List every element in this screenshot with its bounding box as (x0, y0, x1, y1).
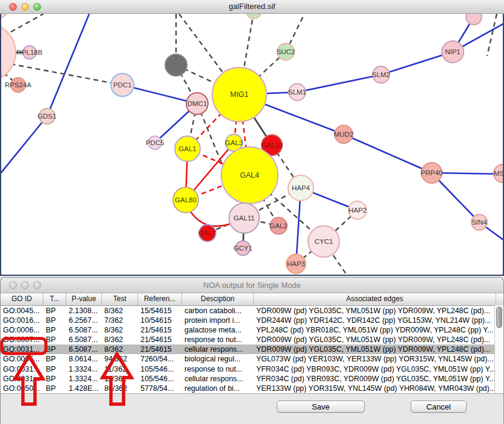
table-row[interactable]: GO:0007...BP6.5087...8/36221/54615respon… (1, 335, 503, 344)
cell-p_value: 2.1308... (66, 306, 102, 316)
graph-node-unlabeled-topgreen[interactable] (247, 14, 261, 19)
graph-node-unlabeled-gray[interactable] (165, 54, 187, 76)
graph-node-PDC1[interactable] (111, 73, 134, 96)
cell-description: response to nut... (182, 335, 254, 344)
cell-description: response to nut... (182, 364, 254, 374)
cell-test: 11/362 (102, 364, 138, 374)
cell-p_value: 6.5087... (66, 325, 102, 335)
graph-window-titlebar[interactable]: galFiltered.sif (0, 0, 504, 14)
graph-node-PRP40[interactable] (421, 163, 442, 183)
graph-node-GAL1[interactable] (175, 136, 200, 161)
column-header-go-id[interactable]: GO ID (1, 293, 43, 305)
cancel-button[interactable]: Cancel (411, 401, 467, 413)
cell-reference: 105/546... (138, 374, 182, 384)
cell-reference: 21/54615 (138, 335, 182, 344)
cell-edges: YDR244W (pp) YDR142C, YDR142C (pp) YGL15… (254, 316, 496, 325)
graph-node-RPL18B[interactable] (23, 46, 36, 59)
cell-p_value: 6.2567... (66, 316, 102, 325)
cell-description: galactose meta... (182, 325, 254, 335)
table-row[interactable]: GO:0050...BP1.428E...80/3625778/54...reg… (1, 384, 503, 393)
graph-node-GAL11[interactable] (229, 203, 259, 233)
cell-test: 11/362 (102, 374, 138, 384)
graph-node-NIP1[interactable] (442, 41, 464, 63)
graph-node-GAL4[interactable] (221, 147, 278, 204)
graph-edge[interactable] (297, 75, 381, 92)
cell-description: cellular respons... (182, 344, 254, 354)
column-header-type[interactable]: T... (43, 293, 66, 305)
cell-test: 7/362 (102, 316, 138, 325)
table-header: GO ID T... P-value Test Referen... Desci… (1, 293, 503, 306)
cell-description: regulation of bi... (182, 384, 254, 393)
table-row[interactable]: GO:0031...BP6.5087...8/36221/54615cellul… (1, 344, 503, 354)
cell-test: 8/362 (102, 325, 138, 335)
graph-node-PDC5[interactable] (148, 136, 162, 149)
cell-go_id: GO:0031... (1, 344, 43, 354)
noa-window-titlebar[interactable]: NOA output for Single Mode (1, 278, 503, 293)
column-header-test[interactable]: Test (102, 293, 138, 305)
cell-test: 80/362 (102, 384, 138, 393)
cell-reference: 21/54615 (138, 344, 182, 354)
graph-node-GDS1[interactable] (39, 108, 55, 124)
graph-node-SLM2[interactable] (373, 66, 389, 83)
column-header-description[interactable]: Desciption (182, 293, 254, 305)
graph-node-SUC2[interactable] (277, 43, 294, 60)
scrollbar-thumb[interactable] (496, 307, 502, 328)
cell-description: cellular respons... (182, 374, 254, 384)
noa-window-title: NOA output for Single Mode (1, 278, 503, 293)
graph-node-SIN4[interactable] (471, 214, 487, 230)
column-header-p-value[interactable]: P-value (66, 293, 102, 305)
graph-node-GAL2[interactable] (270, 217, 287, 234)
graph-node-HAP4[interactable] (288, 175, 313, 201)
cell-edges: YFR034C (pd) YBR093C, YDR009W (pd) YGL03… (254, 364, 496, 374)
cell-edges: YDR009W (pd) YGL035C, YML051W (pp) YDR00… (254, 335, 496, 344)
graph-node-MUD2[interactable] (335, 125, 353, 143)
graph-node-HAP3[interactable] (286, 254, 306, 273)
cell-go_id: GO:0016... (1, 316, 43, 325)
table-row[interactable]: GO:0065...BP8.0614...94/3627260/54...bio… (1, 354, 503, 364)
cell-go_id: GO:0031... (1, 374, 43, 384)
cell-type: BP (43, 325, 66, 335)
graph-edge[interactable] (487, 14, 497, 56)
column-header-reference[interactable]: Referen... (138, 293, 182, 305)
graph-window: galFiltered.sif RPL18BRPS24AGDS1PDC1DMC1… (0, 0, 504, 276)
cell-edges: YPL248C (pd) YBR018C, YML051W (pp) YDR00… (254, 325, 496, 335)
graph-edge[interactable] (11, 14, 43, 32)
cell-edges: YER133W (pp) YOR315W, YNL145W (pd) YHR08… (254, 384, 496, 393)
graph-node-unlabeled-topleft[interactable] (1, 14, 7, 17)
table-row[interactable]: GO:0031...BP1.3324...11/362105/546...res… (1, 364, 503, 374)
graph-edge[interactable] (47, 14, 89, 116)
cell-edges: YDR009W (pd) YGL035C, YML051W (pp) YDR00… (254, 344, 496, 354)
cell-go_id: GO:0006... (1, 325, 43, 335)
graph-node-HAP2[interactable] (348, 201, 367, 219)
cell-type: BP (43, 364, 66, 374)
graph-node-GCY1[interactable] (236, 241, 250, 255)
cell-reference: 10/54615 (138, 316, 182, 325)
table-row[interactable]: GO:0006...BP6.5087...8/36221/54615galact… (1, 325, 503, 335)
table-row[interactable]: GO:0016...BP6.2567...7/36210/54615protei… (1, 316, 503, 325)
graph-edge[interactable] (1, 116, 47, 174)
graph-node-RPS24A[interactable] (11, 78, 25, 92)
graph-node-MIG1[interactable] (212, 67, 266, 122)
table-body: GO:0045...BP2.1308...8/36215/54615carbon… (1, 306, 503, 393)
graph-node-GAL7[interactable] (199, 225, 216, 242)
graph-node-CYC1[interactable] (308, 226, 339, 257)
cell-type: BP (43, 374, 66, 384)
graph-window-title: galFiltered.sif (0, 0, 504, 13)
column-header-associated-edges[interactable]: Associated edges (254, 293, 496, 305)
graph-node-GAL80[interactable] (173, 187, 198, 213)
vertical-scrollbar[interactable] (494, 305, 503, 393)
cell-reference: 7260/54... (138, 354, 182, 364)
cell-edges: YFR034C (pd) YBR093C, YDR009W (pd) YGL03… (254, 374, 496, 384)
cell-go_id: GO:0045... (1, 306, 43, 316)
table-row[interactable]: GO:0031...BP1.3324...11/362105/546...cel… (1, 374, 503, 384)
graph-node-SLM1[interactable] (289, 84, 306, 101)
graph-node-DMC1[interactable] (186, 93, 208, 114)
save-button[interactable]: Save (277, 401, 365, 413)
graph-node-unlabeled-topright[interactable] (466, 14, 482, 25)
graph-node-MSL1[interactable] (494, 164, 503, 182)
graph-node-unlabeled-left[interactable] (1, 23, 16, 81)
network-canvas[interactable]: RPL18BRPS24AGDS1PDC1DMC1MIG1PDC5GAL1GAL3… (0, 14, 504, 276)
table-row[interactable]: GO:0045...BP2.1308...8/36215/54615carbon… (1, 306, 503, 316)
cell-type: BP (43, 344, 66, 354)
graph-edge[interactable] (344, 134, 432, 173)
